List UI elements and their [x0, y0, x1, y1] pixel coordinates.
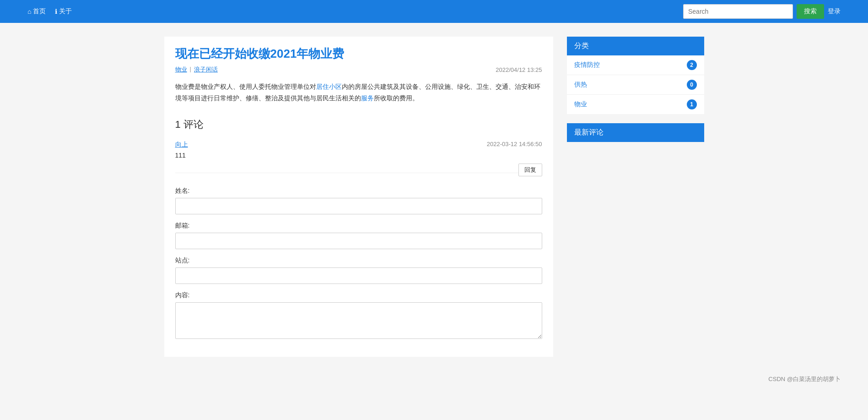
login-button[interactable]: 登录 — [828, 7, 841, 16]
sidebar-item-epidemic-badge: 2 — [687, 60, 697, 70]
article-link-community[interactable]: 居住小区 — [316, 83, 342, 90]
article-body-text3: 所收取的费用。 — [374, 94, 419, 102]
nav-about[interactable]: ℹ 关于 — [55, 7, 72, 16]
form-input-name[interactable] — [175, 198, 542, 214]
sidebar-item-property-label: 物业 — [574, 100, 587, 109]
sidebar-item-epidemic-label: 疫情防控 — [574, 61, 600, 69]
article-date: 2022/04/12 13:25 — [496, 66, 542, 73]
tag-separator: | — [190, 65, 191, 74]
sidebar-categories-list: 疫情防控 2 供热 0 物业 1 — [567, 55, 704, 114]
comment-date: 2022-03-12 14:56:50 — [487, 141, 542, 149]
form-label-email: 邮箱: — [175, 222, 542, 230]
article-body: 物业费是物业产权人、使用人委托物业管理单位对居住小区内的房屋公共建筑及其设备、公… — [175, 81, 542, 104]
main-nav: ⌂ 首页 ℹ 关于 — [27, 7, 72, 16]
article-link-service[interactable]: 服务 — [361, 94, 374, 102]
form-label-content: 内容: — [175, 291, 542, 300]
comment-header: 向上 2022-03-12 14:56:50 — [175, 141, 542, 149]
article-body-text1: 物业费是物业产权人、使用人委托物业管理单位对 — [175, 83, 316, 90]
sidebar-item-property[interactable]: 物业 1 — [567, 95, 704, 114]
sidebar-item-epidemic[interactable]: 疫情防控 2 — [567, 55, 704, 75]
search-button[interactable]: 搜索 — [797, 4, 824, 19]
comments-section: 1 评论 向上 2022-03-12 14:56:50 111 回复 姓名: — [175, 118, 542, 340]
form-label-site: 站点: — [175, 256, 542, 265]
article-title: 现在已经开始收缴2021年物业费 — [175, 46, 542, 62]
header: ⌂ 首页 ℹ 关于 搜索 登录 — [0, 0, 868, 23]
article-area: 现在已经开始收缴2021年物业费 物业 | 浪子闲话 2022/04/12 13… — [164, 37, 553, 357]
form-group-site: 站点: — [175, 256, 542, 284]
nav-home[interactable]: ⌂ 首页 — [27, 7, 46, 16]
nav-about-label: 关于 — [59, 7, 72, 16]
sidebar-item-heating-badge: 0 — [687, 80, 697, 90]
form-textarea-content[interactable] — [175, 302, 542, 339]
form-group-email: 邮箱: — [175, 222, 542, 249]
comment-author[interactable]: 向上 — [175, 141, 188, 149]
footer-credit: CSDN @白菜汤里的胡萝卜 — [0, 371, 868, 388]
article-tags: 物业 | 浪子闲话 — [175, 65, 218, 74]
comment-form: 姓名: 邮箱: 站点: 内容: — [175, 187, 542, 340]
article-tag-1[interactable]: 浪子闲话 — [194, 65, 218, 74]
article-tag-0[interactable]: 物业 — [175, 65, 187, 74]
sidebar-item-property-badge: 1 — [687, 99, 697, 109]
reply-button[interactable]: 回复 — [518, 164, 542, 176]
sidebar-recent-comments-title: 最新评论 — [567, 123, 704, 142]
sidebar-item-heating[interactable]: 供热 0 — [567, 75, 704, 95]
comment-item: 向上 2022-03-12 14:56:50 111 回复 — [175, 141, 542, 173]
sidebar-recent-comments-widget: 最新评论 — [567, 123, 704, 142]
header-right: 搜索 登录 — [683, 4, 841, 19]
sidebar-item-heating-label: 供热 — [574, 81, 587, 89]
search-input[interactable] — [683, 4, 793, 19]
sidebar: 分类 疫情防控 2 供热 0 物业 1 最新评论 — [567, 37, 704, 357]
home-icon: ⌂ — [27, 8, 31, 15]
article-meta: 物业 | 浪子闲话 2022/04/12 13:25 — [175, 65, 542, 74]
form-input-email[interactable] — [175, 233, 542, 249]
main-container: 现在已经开始收缴2021年物业费 物业 | 浪子闲话 2022/04/12 13… — [137, 23, 732, 371]
form-group-name: 姓名: — [175, 187, 542, 214]
nav-home-label: 首页 — [33, 7, 46, 16]
form-input-site[interactable] — [175, 267, 542, 284]
form-label-name: 姓名: — [175, 187, 542, 195]
sidebar-categories-widget: 分类 疫情防控 2 供热 0 物业 1 — [567, 37, 704, 114]
comments-heading: 1 评论 — [175, 118, 542, 131]
sidebar-categories-title: 分类 — [567, 37, 704, 55]
comment-content: 111 — [175, 152, 542, 159]
info-icon: ℹ — [55, 8, 57, 15]
form-group-content: 内容: — [175, 291, 542, 340]
